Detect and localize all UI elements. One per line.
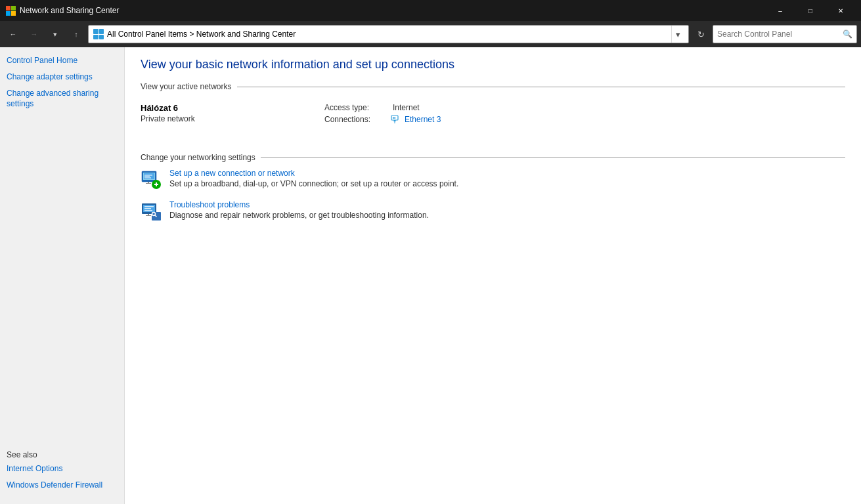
svg-rect-20 (144, 210, 152, 211)
svg-rect-1 (393, 117, 394, 119)
active-networks-divider (237, 87, 845, 87)
back-button[interactable]: ← (4, 25, 22, 43)
network-name-column: Hálózat 6 Private network (141, 103, 324, 132)
recent-locations-button[interactable]: ▾ (46, 25, 64, 43)
svg-rect-18 (144, 206, 154, 207)
network-type: Private network (141, 114, 311, 123)
see-also-label: See also (7, 450, 118, 459)
sidebar-item-control-panel-home[interactable]: Control Panel Home (7, 55, 118, 66)
close-button[interactable]: ✕ (826, 0, 856, 21)
active-networks-header: View your active networks (141, 82, 845, 91)
setup-connection-icon (141, 169, 162, 190)
network-details-column: Access type: Internet Connections: Ether… (324, 103, 845, 132)
active-networks-label: View your active networks (141, 82, 232, 91)
up-button[interactable]: ↑ (67, 25, 85, 43)
access-type-row: Access type: Internet (324, 103, 845, 112)
connections-row: Connections: Ethernet 3 (324, 115, 845, 124)
svg-rect-12 (146, 183, 151, 184)
maximize-button[interactable]: □ (795, 0, 826, 21)
title-bar: Network and Sharing Center – □ ✕ (0, 0, 861, 21)
access-type-value: Internet (393, 103, 420, 112)
svg-rect-15 (156, 182, 157, 186)
search-icon: 🔍 (843, 30, 852, 39)
sidebar: Control Panel Home Change adapter settin… (0, 47, 125, 504)
forward-button[interactable]: → (25, 25, 43, 43)
sidebar-item-internet-options[interactable]: Internet Options (7, 463, 118, 474)
ethernet-icon (390, 115, 399, 124)
address-bar: ← → ▾ ↑ All Control Panel Items > Networ… (0, 21, 861, 47)
content-area: View your basic network information and … (125, 47, 861, 504)
search-input[interactable] (717, 30, 843, 39)
sidebar-item-change-advanced[interactable]: Change advanced sharing settings (7, 88, 118, 110)
troubleshoot-content: Troubleshoot problems Diagnose and repai… (169, 200, 845, 220)
change-settings-divider (261, 158, 845, 158)
breadcrumb-path1: All Control Panel Items (107, 30, 187, 39)
window-title: Network and Sharing Center (20, 6, 765, 15)
connections-label: Connections: (324, 115, 390, 124)
svg-rect-4 (395, 121, 395, 123)
svg-rect-3 (394, 120, 396, 121)
sidebar-bottom: See also Internet Options Windows Defend… (7, 450, 118, 496)
setup-connection-link[interactable]: Set up a new connection or network (169, 169, 845, 178)
connections-link[interactable]: Ethernet 3 (405, 115, 441, 124)
refresh-button[interactable]: ↻ (692, 25, 710, 43)
sidebar-spacer (7, 125, 118, 450)
sidebar-item-change-adapter[interactable]: Change adapter settings (7, 72, 118, 83)
minimize-button[interactable]: – (765, 0, 795, 21)
breadcrumb-path2: Network and Sharing Center (196, 30, 296, 39)
change-settings-header: Change your networking settings (141, 153, 845, 162)
network-name: Hálózat 6 (141, 103, 311, 113)
access-type-label: Access type: (324, 103, 390, 112)
sidebar-item-windows-firewall[interactable]: Windows Defender Firewall (7, 480, 118, 491)
sidebar-nav: Control Panel Home Change adapter settin… (7, 55, 118, 115)
change-settings-label: Change your networking settings (141, 153, 255, 162)
search-field[interactable]: 🔍 (713, 25, 857, 43)
main-layout: Control Panel Home Change adapter settin… (0, 47, 861, 504)
address-path: All Control Panel Items > Network and Sh… (107, 30, 671, 39)
address-field[interactable]: All Control Panel Items > Network and Sh… (88, 25, 689, 43)
app-icon (5, 5, 16, 16)
control-panel-icon (93, 28, 104, 40)
svg-rect-19 (144, 208, 151, 209)
setup-connection-content: Set up a new connection or network Set u… (169, 169, 845, 188)
window-controls: – □ ✕ (765, 0, 856, 21)
troubleshoot-link[interactable]: Troubleshoot problems (169, 200, 845, 209)
troubleshoot-item: Troubleshoot problems Diagnose and repai… (141, 200, 845, 221)
troubleshoot-icon (141, 200, 162, 221)
setup-connection-desc: Set up a broadband, dial-up, or VPN conn… (169, 179, 458, 188)
page-title: View your basic network information and … (141, 58, 845, 72)
network-info: Hálózat 6 Private network Access type: I… (141, 98, 845, 137)
svg-rect-22 (146, 215, 151, 216)
setup-connection-item: Set up a new connection or network Set u… (141, 169, 845, 190)
svg-rect-2 (395, 117, 396, 119)
address-dropdown-button[interactable]: ▾ (671, 25, 684, 43)
troubleshoot-desc: Diagnose and repair network problems, or… (169, 211, 429, 220)
